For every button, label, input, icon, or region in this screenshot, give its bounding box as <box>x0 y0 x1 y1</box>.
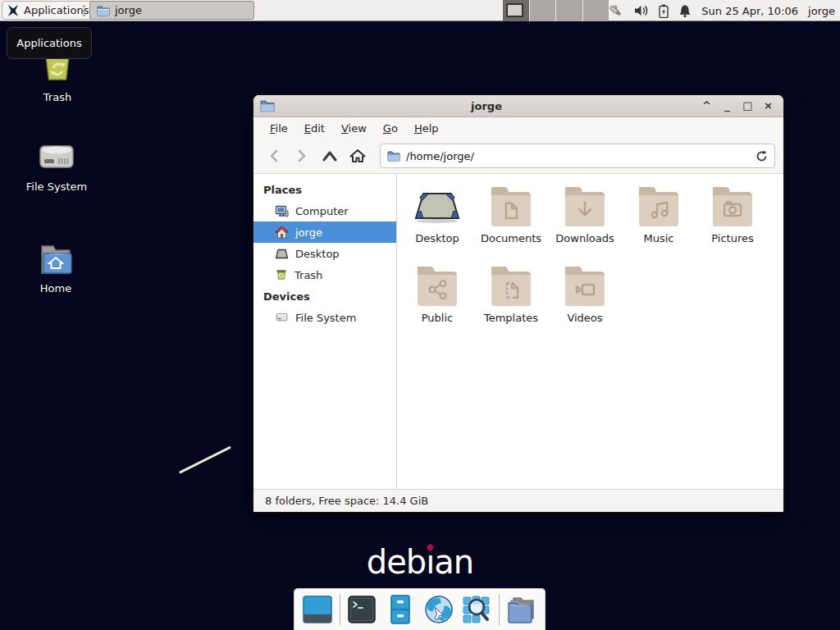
forward-arrow-icon <box>296 149 308 162</box>
workspace-4[interactable] <box>583 0 609 21</box>
up-button[interactable] <box>317 144 342 168</box>
sidebar-item-file-system[interactable]: File System <box>253 307 396 328</box>
file-item-videos[interactable]: Videos <box>548 262 622 340</box>
file-item-label: Documents <box>481 232 541 244</box>
panel-drag-handle[interactable] <box>83 5 87 16</box>
sidebar-item-label: Desktop <box>295 248 340 260</box>
templates-folder-icon <box>485 262 537 311</box>
up-arrow-icon <box>322 150 337 162</box>
file-item-public[interactable]: Public <box>400 262 474 340</box>
file-item-label: Templates <box>484 312 538 324</box>
forward-button[interactable] <box>290 144 314 168</box>
toolbar <box>253 139 783 174</box>
shade-button[interactable]: ^ <box>698 97 715 115</box>
web-browser-button[interactable] <box>422 593 455 627</box>
desktop-icon <box>275 248 289 260</box>
harddisk-icon <box>36 139 77 176</box>
xfce-menu-icon <box>7 4 20 17</box>
app-finder-icon <box>461 594 492 625</box>
volume-icon[interactable] <box>634 4 649 17</box>
file-item-pictures[interactable]: Pictures <box>696 182 769 260</box>
taskbar-window-label: jorge <box>115 4 142 16</box>
desktop-icon-home[interactable]: Home <box>16 243 95 294</box>
folder-icon <box>260 99 275 112</box>
web-browser-globe-icon <box>423 594 454 625</box>
window-titlebar[interactable]: jorge ^ _ □ × <box>253 95 783 117</box>
workspace-3[interactable] <box>556 0 583 21</box>
applications-menu-label: Applications <box>24 4 89 16</box>
workspace-window-thumb <box>506 3 523 17</box>
menu-help[interactable]: Help <box>408 120 445 137</box>
file-manager-button[interactable] <box>384 593 417 627</box>
dock-separator <box>340 594 340 625</box>
videos-folder-icon <box>559 262 611 311</box>
terminal-button[interactable] <box>346 593 379 627</box>
menu-view[interactable]: View <box>335 120 373 137</box>
file-item-label: Music <box>644 232 674 244</box>
user-home-icon <box>275 226 289 239</box>
sidebar-item-label: File System <box>295 312 356 324</box>
close-button[interactable]: × <box>760 97 777 115</box>
notifications-bell-icon[interactable] <box>678 4 692 18</box>
file-item-downloads[interactable]: Downloads <box>548 182 622 260</box>
maximize-button[interactable]: □ <box>739 97 756 115</box>
application-finder-button[interactable] <box>460 593 493 627</box>
desktop-icon-label: File System <box>26 180 87 193</box>
statusbar-text: 8 folders, Free space: 14.4 GiB <box>265 495 428 507</box>
desktop-icon-label: Home <box>40 282 71 294</box>
harddisk-icon <box>275 312 289 323</box>
directory-menu-button[interactable] <box>505 593 538 627</box>
home-folder-icon <box>36 243 75 277</box>
public-folder-icon <box>411 262 463 311</box>
battery-icon[interactable] <box>659 4 669 18</box>
menu-file[interactable]: File <box>263 120 294 137</box>
path-input[interactable] <box>406 150 750 162</box>
file-item-documents[interactable]: Documents <box>474 182 548 260</box>
desktop-icon-file-system[interactable]: File System <box>17 139 96 193</box>
minimize-button[interactable]: _ <box>719 97 736 115</box>
show-desktop-button[interactable] <box>301 593 334 627</box>
sidebar-item-label: jorge <box>295 226 322 239</box>
tooltip-text: Applications <box>16 37 81 49</box>
file-item-music[interactable]: Music <box>622 182 696 260</box>
menubar: File Edit View Go Help <box>253 117 783 139</box>
folder-icon <box>387 150 400 162</box>
file-item-templates[interactable]: Templates <box>474 262 548 340</box>
debian-logo: debıan <box>0 543 840 581</box>
panel-clock[interactable]: Sun 25 Apr, 10:06 <box>701 5 798 17</box>
workspace-2[interactable] <box>530 0 557 21</box>
desktop-stray-mark <box>179 446 231 474</box>
debian-logo-text: deb <box>367 543 426 581</box>
dock <box>294 588 546 630</box>
file-cabinet-icon <box>386 594 414 625</box>
back-arrow-icon <box>268 149 280 162</box>
sidebar-item-jorge[interactable]: jorge <box>253 221 396 243</box>
airbrush-tool-icon[interactable] <box>607 3 624 18</box>
terminal-icon <box>347 595 377 624</box>
panel-username[interactable]: jorge <box>808 5 835 17</box>
sidebar-item-computer[interactable]: Computer <box>253 200 396 221</box>
dock-separator <box>499 594 500 625</box>
file-item-label: Public <box>422 312 453 324</box>
debian-logo-text: an <box>434 543 473 581</box>
sidebar-item-desktop[interactable]: Desktop <box>253 243 396 264</box>
sidebar-item-trash[interactable]: Trash <box>253 264 396 285</box>
workspace-1[interactable] <box>503 0 530 21</box>
back-button[interactable] <box>262 144 286 168</box>
reload-icon[interactable] <box>756 150 768 162</box>
computer-icon <box>275 205 289 217</box>
trash-icon <box>275 268 288 281</box>
taskbar-window-button[interactable]: jorge <box>89 1 254 20</box>
file-item-label: Desktop <box>415 232 459 244</box>
file-item-label: Pictures <box>711 232 753 244</box>
menu-go[interactable]: Go <box>377 120 404 137</box>
sidebar: Places Computer jorge <box>253 174 397 489</box>
window-title: jorge <box>275 100 698 112</box>
path-bar[interactable] <box>380 144 775 168</box>
file-item-desktop[interactable]: Desktop <box>400 182 474 260</box>
applications-tooltip: Applications <box>7 27 92 59</box>
menu-edit[interactable]: Edit <box>298 120 331 137</box>
folder-icon <box>97 5 110 16</box>
desktop-special-icon <box>411 182 463 231</box>
home-button[interactable] <box>345 144 370 168</box>
